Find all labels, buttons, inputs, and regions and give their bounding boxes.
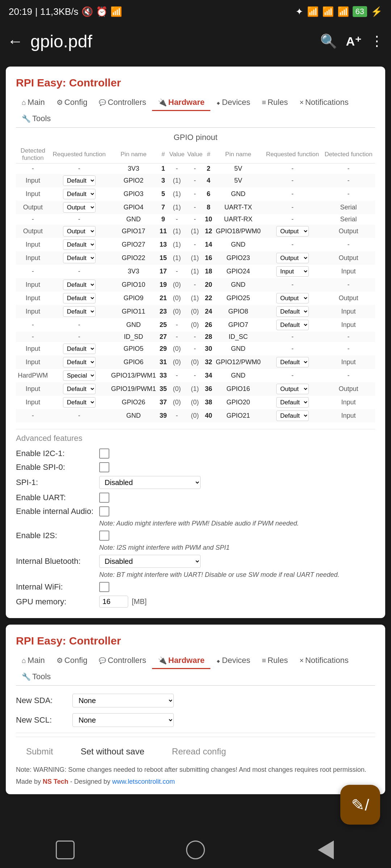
table-cell[interactable]: DefaultOutputInputSpecial [50,305,109,318]
tab-main-1[interactable]: ⌂Main [16,95,51,111]
tab-controllers-2[interactable]: 💬Controllers [93,653,152,669]
func-select[interactable]: DefaultOutputInputSpecial [63,280,96,290]
table-cell[interactable]: DefaultOutputInputSpecial [263,225,322,238]
func-select[interactable]: DefaultOutputInputSpecial [63,175,96,186]
nav-home-button[interactable] [181,839,210,861]
table-cell: GPIO25 [213,292,263,305]
table-cell: 6 [204,187,213,201]
table-cell[interactable]: DefaultOutputInputSpecial [263,292,322,305]
table-cell[interactable]: DefaultOutputInputSpecial [50,382,109,396]
fab-icon: ✎/ [351,796,369,814]
table-cell[interactable]: DefaultOutputInputSpecial [263,265,322,278]
func-select[interactable]: DefaultOutputInputSpecial [63,202,96,213]
func-select[interactable]: DefaultOutputInputSpecial [276,226,309,237]
new-scl-select[interactable]: None [72,713,174,727]
table-cell: 12 [204,225,213,238]
tab-rules-2[interactable]: ≡Rules [256,653,294,669]
tab-devices-2[interactable]: ⬥Devices [210,653,256,669]
func-select[interactable]: DefaultOutputInputSpecial [63,253,96,263]
table-cell[interactable]: DefaultOutputInputSpecial [263,396,322,409]
table-cell: 1 [159,163,168,174]
func-select[interactable]: DefaultOutputInputSpecial [276,357,309,367]
table-cell[interactable]: DefaultOutputInputSpecial [50,342,109,356]
tab-tools-1[interactable]: 🔧Tools [16,111,56,127]
table-cell[interactable]: DefaultOutputInputSpecial [50,238,109,251]
internal-bt-select[interactable]: Disabled Enabled [99,555,201,568]
func-select[interactable]: DefaultOutputInputSpecial [63,344,96,354]
search-icon[interactable]: 🔍 [320,33,337,49]
table-cell[interactable]: DefaultOutputInputSpecial [50,356,109,369]
func-select[interactable]: DefaultOutputInputSpecial [63,226,96,237]
table-cell[interactable]: DefaultOutputInputSpecial [263,318,322,332]
th-detected-func-left: Detectedfunction [16,146,50,163]
table-cell[interactable]: DefaultOutputInputSpecial [50,251,109,265]
table-cell[interactable]: DefaultOutputInputSpecial [263,356,322,369]
new-sda-select[interactable]: None [72,694,174,707]
table-cell[interactable]: DefaultOutputInputSpecial [263,382,322,396]
func-select[interactable]: DefaultOutputInputSpecial [63,384,96,394]
table-cell: (0) [168,292,186,305]
enable-spi-checkbox[interactable] [99,462,109,472]
back-button[interactable]: ← [7,32,23,50]
func-select[interactable]: DefaultOutputInputSpecial [276,266,309,277]
tab-notifications-1[interactable]: ×Notifications [294,95,354,111]
table-cell: GPIO26 [109,396,159,409]
tab-config-1[interactable]: ⚙Config [51,95,93,111]
tab-hardware-1[interactable]: 🔌Hardware [152,95,210,111]
table-cell[interactable]: DefaultOutputInputSpecial [50,396,109,409]
tab-hardware-2[interactable]: 🔌Hardware [152,653,210,669]
nav-back-button[interactable] [311,839,340,861]
table-cell[interactable]: DefaultOutputInputSpecial [50,174,109,187]
func-select[interactable]: DefaultOutputInputSpecial [276,306,309,317]
table-cell: - [168,214,186,225]
set-without-save-button[interactable]: Set without save [71,743,155,760]
func-select[interactable]: DefaultOutputInputSpecial [63,370,96,381]
table-cell: Output [16,225,50,238]
gpu-memory-input[interactable] [99,596,128,608]
table-cell[interactable]: DefaultOutputInputSpecial [50,292,109,305]
tab-rules-1[interactable]: ≡Rules [256,95,294,111]
func-select[interactable]: DefaultOutputInputSpecial [63,239,96,250]
fab-button[interactable]: ✎/ [340,785,380,825]
enable-i2s-checkbox[interactable] [99,531,109,541]
enable-uart-checkbox[interactable] [99,493,109,503]
table-cell: - [50,318,109,332]
table-cell: (0) [168,382,186,396]
table-cell[interactable]: DefaultOutputInputSpecial [50,225,109,238]
enable-i2c-checkbox[interactable] [99,448,109,459]
reread-config-button[interactable]: Reread config [162,743,236,760]
func-select[interactable]: DefaultOutputInputSpecial [276,253,309,263]
enable-audio-checkbox[interactable] [99,506,109,516]
tab-config-2[interactable]: ⚙Config [51,653,93,669]
more-options-icon[interactable]: ⋮ [370,33,384,49]
func-select[interactable]: DefaultOutputInputSpecial [276,320,309,330]
tab-devices-1[interactable]: ⬥Devices [210,95,256,111]
func-select[interactable]: DefaultOutputInputSpecial [276,293,309,303]
table-cell[interactable]: DefaultOutputInputSpecial [50,369,109,382]
table-cell[interactable]: DefaultOutputInputSpecial [263,409,322,422]
nav-recents-button[interactable] [51,839,80,861]
tab-controllers-1[interactable]: 💬Controllers [93,95,152,111]
tab-notifications-2[interactable]: ×Notifications [294,653,354,669]
func-select[interactable]: DefaultOutputInputSpecial [276,410,309,421]
table-cell[interactable]: DefaultOutputInputSpecial [263,305,322,318]
table-cell[interactable]: DefaultOutputInputSpecial [263,251,322,265]
submit-button[interactable]: Submit [16,743,63,760]
tab-main-2[interactable]: ⌂Main [16,653,51,669]
func-select[interactable]: DefaultOutputInputSpecial [63,306,96,317]
share-icon[interactable]: A⁺ [346,34,361,48]
footer-link[interactable]: www.letscontrolit.com [112,778,175,785]
func-select[interactable]: DefaultOutputInputSpecial [63,293,96,303]
table-cell[interactable]: DefaultOutputInputSpecial [50,187,109,201]
func-select[interactable]: DefaultOutputInputSpecial [276,397,309,408]
table-cell[interactable]: DefaultOutputInputSpecial [50,278,109,292]
table-cell: Serial [322,201,375,214]
func-select[interactable]: DefaultOutputInputSpecial [63,189,96,199]
tab-tools-2[interactable]: 🔧Tools [16,669,56,685]
table-cell[interactable]: DefaultOutputInputSpecial [50,201,109,214]
func-select[interactable]: DefaultOutputInputSpecial [276,384,309,394]
spi1-select[interactable]: Disabled Enabled [99,476,201,489]
func-select[interactable]: DefaultOutputInputSpecial [63,357,96,367]
internal-wifi-checkbox[interactable] [99,582,109,592]
func-select[interactable]: DefaultOutputInputSpecial [63,397,96,408]
